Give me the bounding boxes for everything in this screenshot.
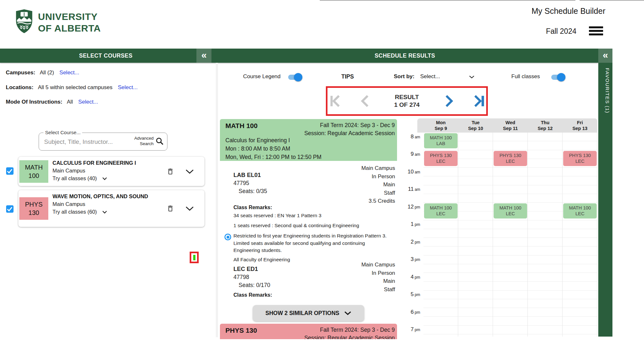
favourites-sidebar[interactable]: FAVOURITES (1) [598,63,612,337]
collapse-left-panel-button[interactable]: « [196,49,212,63]
try-all-classes-dropdown[interactable]: Try all classes (60) [52,209,165,215]
chevron-down-icon [102,210,107,214]
restriction-radio-button[interactable] [224,234,231,240]
delete-course-icon[interactable] [166,167,174,176]
lec-class-number: 47798 [233,273,270,281]
time-label: 5pm [400,291,420,298]
top-border-right-segment [580,0,644,1]
calendar-event-math100-lec-fri[interactable]: MATH 100 LEC [563,203,597,218]
result-card-math-100[interactable]: MATH 100 Fall Term 2024: Sep 3 - Dec 9 S… [220,119,397,161]
schedule-builder-app: UNIVERSITY OF ALBERTA My Schedule Builde… [0,0,644,362]
lab-name: LAB EL01 [233,171,267,179]
highlighted-drag-handle[interactable] [193,255,195,260]
time-label: 11am [400,186,420,192]
lec-name: LEC ED1 [233,265,270,273]
time-label: 7pm [400,326,420,333]
course-legend-label: Course Legend [243,73,280,80]
time-label: 3pm [400,256,420,263]
sort-by-select[interactable]: Select... [420,73,440,80]
course-card-phys-130[interactable]: PHYS 130 WAVE MOTION, OPTICS, AND SOUND … [18,190,204,227]
locations-label: Locations: [6,84,33,90]
lab-seats: Seats: 0/35 [233,187,267,195]
lab-meta-column: Main Campus In Person Main Staff 3.5 Cre… [361,164,395,205]
select-courses-panel-header: SELECT COURSES [0,49,212,63]
tips-button[interactable]: TIPS [341,73,354,80]
check-icon [6,167,14,175]
campuses-label: Campuses: [6,70,35,76]
logo-line-2: OF ALBERTA [38,23,101,34]
time-label: 8am [400,134,420,140]
campuses-select-link[interactable]: Select... [60,70,79,76]
collapse-favourites-button[interactable]: « [598,49,612,63]
expand-course-icon[interactable] [185,169,194,174]
expand-course-icon[interactable] [185,206,194,211]
first-result-button[interactable] [328,94,343,108]
schedule-results-title: SCHEDULE RESULTS [375,52,435,59]
delete-course-icon[interactable] [166,204,174,213]
course-card-math-100[interactable]: MATH 100 CALCULUS FOR ENGINEERING I Main… [18,157,204,186]
course-legend-toggle[interactable] [288,75,301,80]
logo-line-1: UNIVERSITY [38,11,101,23]
calendar-day-header: Mon Sep 9 Tue Sep 10 Wed Sep 11 Thu Sep … [417,118,597,133]
result-term-session: Fall Term 2024: Sep 3 - Dec 9 Session: R… [304,121,395,137]
calendar-event-math100-lec-wed[interactable]: MATH 100 LEC [494,203,527,218]
result-course-info: Calculus for Engineering I Mon : 8:00 AM… [225,136,321,161]
hamburger-menu-button[interactable] [589,26,603,37]
chevron-double-left-icon: « [603,50,608,60]
mode-select-link[interactable]: Select... [78,99,98,105]
calendar-event-math100-lab-mon[interactable]: MATH 100 LAB [424,133,458,148]
result-term-session: Fall Term 2024: Sep 3 - Dec 9 Session: R… [304,326,395,339]
phys-130-badge: PHYS 130 [19,197,48,220]
top-border-left-segment [320,0,575,1]
locations-value: All 5 within selected campuses [38,84,113,90]
page-title: My Schedule Builder [522,6,605,16]
search-input[interactable] [43,136,125,148]
restriction-note-row: Restricted to first year Engineering stu… [224,232,389,263]
calendar-event-phys130-lec-mon[interactable]: PHYS 130 LEC [424,151,458,166]
calendar-event-phys130-lec-wed[interactable]: PHYS 130 LEC [494,151,527,166]
time-label: 1pm [400,221,420,227]
sort-by-label: Sort by: [394,73,414,80]
annotation-highlight-box [190,252,199,263]
try-all-classes-dropdown[interactable]: Try all classes (40) [52,175,165,181]
lab-section: LAB EL01 47795 Seats: 0/35 [233,171,267,195]
lab-class-number: 47795 [233,179,267,187]
restriction-text: Restricted to first year Engineering stu… [233,232,388,254]
left-panel-scrollbar[interactable] [216,63,218,337]
lec-section: LEC ED1 47798 Seats: 0/170 [233,265,270,289]
next-result-button[interactable] [441,94,456,108]
time-label: 2pm [400,239,420,245]
advanced-search-button[interactable]: Advanced Search [134,135,154,146]
result-card-phys-130[interactable]: PHYS 130 Fall Term 2024: Sep 3 - Dec 9 S… [220,324,397,339]
full-classes-toggle[interactable] [551,75,564,80]
locations-filter-row: Locations: All 5 within selected campuse… [6,84,137,91]
university-of-alberta-logo: UNIVERSITY OF ALBERTA [38,11,101,34]
calendar-grid: MATH 100 LAB PHYS 130 LEC PHYS 130 LEC P… [423,133,597,337]
previous-result-button[interactable] [358,94,373,108]
calendar-event-math100-lec-mon[interactable]: MATH 100 LEC [424,203,458,218]
day-header-wed: Wed Sep 11 [493,118,528,133]
math-100-checkbox[interactable] [6,167,14,175]
chevron-down-icon [344,311,352,315]
schedule-results-panel-header: SCHEDULE RESULTS [212,49,598,63]
search-icon[interactable] [156,137,164,145]
course-campus: Main Campus [52,168,165,174]
select-courses-title: SELECT COURSES [79,52,132,59]
day-header-thu: Thu Sep 12 [528,118,563,133]
chevron-down-icon[interactable] [469,75,475,79]
time-label: 9am [400,151,420,157]
phys-130-checkbox[interactable] [6,205,14,213]
lec-seats: Seats: 0/170 [233,281,270,289]
show-similar-options-button[interactable]: SHOW 2 SIMILAR OPTIONS [253,305,364,321]
course-search-field: Select Course... Advanced Search [39,133,167,151]
day-header-fri: Fri Sep 13 [563,118,597,133]
time-label: 12pm [400,204,420,210]
calendar-event-phys130-lec-fri[interactable]: PHYS 130 LEC [563,151,597,166]
mode-of-instructions-label: Mode Of Instructions: [6,99,62,105]
full-classes-label: Full classes [511,73,540,80]
locations-select-link[interactable]: Select... [118,84,137,90]
result-course-code: PHYS 130 [225,327,257,334]
time-label: 10am [400,169,420,175]
day-header-mon: Mon Sep 9 [423,118,458,133]
last-result-button[interactable] [471,94,486,108]
